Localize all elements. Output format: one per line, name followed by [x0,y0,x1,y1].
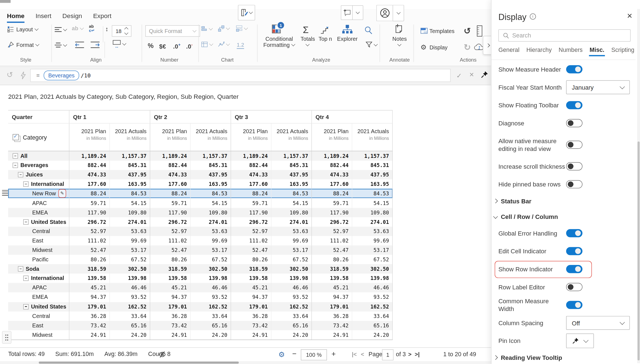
table-row-united-states[interactable]: United States296.72274.01296.72274.01296… [8,217,392,227]
row-height-button[interactable]: ↕ [105,25,108,32]
cell-actual[interactable]: 99.69 [271,236,312,246]
panel-scrollbar[interactable] [637,9,640,363]
table-row-new-row[interactable]: New Row✎88.2484.5388.2484.5388.2484.5388… [8,189,392,198]
cell-actual[interactable]: 139.98 [191,274,231,283]
conditional-formatting-icon[interactable]: 1 [272,24,281,33]
hierarchy-chart-button[interactable] [218,25,230,32]
select-pin-icon[interactable] [566,333,594,348]
cell-plan[interactable]: 179.01 [69,302,110,311]
column-width-button[interactable]: ↔ [113,40,126,48]
cell-actual[interactable]: 99.69 [352,236,392,246]
cell-actual[interactable]: 84.53 [271,189,312,198]
table-row-midwest[interactable]: Midwest24.9124.2024.9124.2024.9124.2024.… [8,330,392,340]
table-row-east[interactable]: East111.0299.69111.0299.69111.0299.69111… [8,236,392,246]
table-row-central[interactable]: Central36.2833.6436.2833.6436.2833.6436.… [8,311,392,321]
formula-pin-icon[interactable] [481,71,488,78]
formula-run-icon[interactable] [20,71,26,79]
cell-plan[interactable]: 296.72 [69,217,110,227]
panel-tab-numbers[interactable]: Numbers [559,47,582,56]
conditional-formatting-button[interactable]: Conditional Formatting [261,36,297,48]
cell-plan[interactable]: 179.01 [150,302,191,311]
cell-plan[interactable]: 177.60 [69,180,110,189]
notes-button[interactable]: Notes [389,36,410,48]
cell-plan[interactable]: 139.58 [312,274,352,283]
templates-button[interactable]: Templates [420,28,454,34]
cell-actual[interactable]: 24.20 [352,330,392,340]
cell-plan[interactable]: 88.24 [231,189,271,198]
cell-plan[interactable]: 59.71 [231,198,271,208]
cell-plan[interactable]: 111.02 [150,236,191,246]
outdent-icon[interactable] [75,42,84,48]
cell-plan[interactable]: 296.72 [312,217,352,227]
panel-tab-general[interactable]: General [498,47,519,56]
row-label-cell[interactable]: EMEA [8,208,69,217]
cell-plan[interactable]: 882.44 [231,161,271,170]
cell-plan[interactable]: 80.26 [312,255,352,264]
cell-plan[interactable]: 474.33 [231,170,271,180]
cell-plan[interactable]: 117.90 [231,208,271,217]
page-number-input[interactable]: 1 [382,349,393,360]
cell-plan[interactable]: 36.28 [312,311,352,321]
cell-actual[interactable]: 162.52 [191,302,231,311]
cell-actual[interactable]: 24.20 [191,330,231,340]
cell-plan[interactable]: 36.28 [69,311,110,321]
table-row-international[interactable]: International177.60163.95177.60163.95177… [8,180,392,189]
percent-format-button[interactable]: % [148,42,154,50]
cell-actual[interactable]: 302.50 [110,264,150,274]
cell-actual[interactable]: 33.64 [191,311,231,321]
bar-chart-button[interactable] [201,26,212,32]
collapse-icon[interactable] [23,219,29,224]
formula-token-beverages[interactable]: Beverages [44,70,79,80]
ribbon-tab-export[interactable]: Export [93,12,111,22]
cell-actual[interactable]: 845.31 [110,161,150,170]
account-icon[interactable] [376,5,393,21]
cell-plan[interactable]: 474.33 [69,170,110,180]
cell-plan[interactable]: 139.58 [150,274,191,283]
cell-plan[interactable]: 177.60 [231,180,271,189]
top-n-icon[interactable] [320,25,330,34]
formula-accept-icon[interactable]: ✓ [456,72,462,80]
cell-actual[interactable]: 845.31 [191,161,231,170]
cell-actual[interactable]: 99.69 [110,236,150,246]
font-size-stepper[interactable]: 18 [112,25,132,37]
cell-actual[interactable]: 437.95 [352,170,392,180]
cell-plan[interactable]: 88.24 [150,189,191,198]
row-label-cell[interactable]: Midwest [8,330,69,340]
cell-plan[interactable]: 111.02 [231,236,271,246]
table-row-international[interactable]: International139.58139.98139.58139.98139… [8,274,392,283]
cell-plan[interactable]: 52.47 [312,245,352,255]
cell-plan[interactable]: 474.33 [150,170,191,180]
last-page-button[interactable]: >| [415,351,420,358]
ribbon-tab-insert[interactable]: Insert [36,12,51,22]
cell-plan[interactable]: 52.97 [312,227,352,236]
table-row-pacific[interactable]: Pacific80.2667.5280.2667.5280.2667.5280.… [8,255,392,264]
toggle-increase-scroll-thickness[interactable] [566,162,582,170]
cell-plan[interactable]: 117.90 [312,208,352,217]
cell-actual[interactable]: 1,157.37 [352,151,392,161]
cell-plan[interactable]: 73.42 [69,321,110,330]
cell-plan[interactable]: 296.72 [150,217,191,227]
cell-actual[interactable]: 93.52 [191,292,231,302]
cell-plan[interactable]: 882.44 [69,161,110,170]
ribbon-tab-home[interactable]: Home [7,12,24,22]
vertical-align-button[interactable] [55,42,67,48]
text-rotate-button[interactable]: ab [72,25,84,31]
table-row-emea[interactable]: EMEA117.90109.80117.90109.80117.90109.80… [8,208,392,217]
layout-button[interactable]: Layout [7,26,38,33]
row-label-cell[interactable]: East [8,321,69,330]
measure-header-qtr-1-2021-actuals[interactable]: 2021 Actualsin Millions [110,123,150,151]
formula-cancel-icon[interactable]: × [469,70,474,79]
table-row-apac[interactable]: APAC59.7154.1559.7154.1559.7154.1559.715… [8,198,392,208]
cell-plan[interactable]: 45.21 [69,283,110,292]
cell-actual[interactable]: 54.15 [191,198,231,208]
cell-actual[interactable]: 33.64 [271,311,312,321]
cell-plan[interactable]: 24.91 [312,330,352,340]
select-fiscal-year-start-month[interactable]: January [566,80,630,94]
cell-plan[interactable]: 179.01 [231,302,271,311]
cell-plan[interactable]: 94.37 [69,292,110,302]
row-label-cell[interactable]: United States [8,217,69,227]
cell-actual[interactable]: 139.98 [271,274,312,283]
first-page-button[interactable]: |< [352,351,357,358]
cell-plan[interactable]: 111.02 [312,236,352,246]
row-indicator-handle-icon[interactable] [2,190,8,196]
